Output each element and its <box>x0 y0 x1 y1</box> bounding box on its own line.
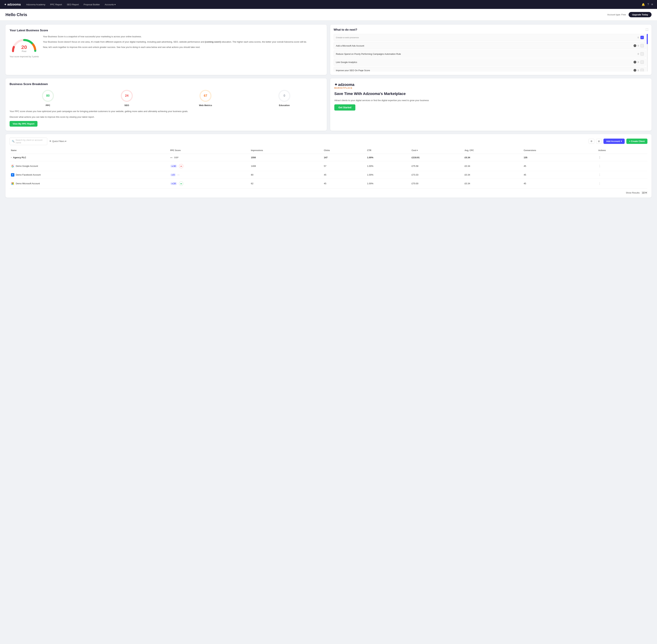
view-ppc-report-button[interactable]: View My PPC Report <box>9 121 38 127</box>
row-ppc-score: ● 24 89 <box>169 179 250 188</box>
score-gauge-area: 20 Poor Your score improved by 3 points <box>9 35 39 58</box>
business-score-card: Your Latest Business Score <box>5 25 327 75</box>
toolbar-right: ⚙ ⊞ Add Account ▾ + Create Client <box>589 139 648 144</box>
show-results-select[interactable]: 10 25 50 <box>641 191 648 194</box>
checkbox-4[interactable] <box>640 69 644 71</box>
svg-text:80: 80 <box>46 94 50 97</box>
help-circle-icon[interactable]: ? <box>648 3 649 6</box>
menu-icon[interactable]: ≡ <box>651 3 653 6</box>
checkbox-2[interactable] <box>640 52 644 55</box>
accounts-section: 🔍 Search by client or account name 👁 Qui… <box>5 134 652 198</box>
row-name: f Demo Facebook Account <box>9 171 169 179</box>
microsoft-icon <box>11 182 14 185</box>
next-card-header: What to do next? ⛶ <box>334 28 648 31</box>
create-client-button[interactable]: + Create Client <box>626 139 648 144</box>
ppc-label: PPC <box>46 104 50 107</box>
svg-text:89: 89 <box>180 183 182 185</box>
next-item-actions-3: ? 🗑 <box>634 61 644 64</box>
nav-logo[interactable]: ✦ adzooma <box>4 3 21 6</box>
ppc-badge: ● 24 <box>170 182 177 185</box>
col-cost: Cost ▾ <box>410 148 463 154</box>
checkbox-3[interactable] <box>640 61 644 64</box>
score-improved-text: Your score improved by 3 points <box>9 55 39 58</box>
search-placeholder: Search by client or account name <box>16 139 45 144</box>
trash-icon-0[interactable]: 🗑 <box>637 36 639 39</box>
grid-view-button[interactable]: ⊞ <box>596 139 602 144</box>
score-item-seo: 24 SEO <box>88 89 165 107</box>
nav-link-proposal[interactable]: Proposal Builder <box>84 3 100 6</box>
help-icon-1[interactable]: ? <box>634 44 636 47</box>
breakdown-desc1: Your PPC score shows you how optimized y… <box>9 110 323 113</box>
nav-link-academy[interactable]: Adzooma Academy <box>26 3 45 6</box>
score-item-web: 67 Web Metrics <box>167 89 244 107</box>
marketplace-card: ✦ adzooma MARKETPLACE Save Time With Adz… <box>330 78 652 131</box>
table-footer: Show Results: 10 25 50 <box>9 188 648 194</box>
get-started-button[interactable]: Get Started <box>334 105 355 111</box>
row-ppc-score: ● 8 — <box>169 171 250 179</box>
marketplace-sub: MARKETPLACE <box>334 87 648 89</box>
expand-icon[interactable]: ⛶ <box>646 28 648 31</box>
col-ctr: CTR <box>366 148 410 154</box>
chevron-down-icon: ▾ <box>114 3 116 6</box>
table-row: Demo Microsoft Account ● 24 89 <box>9 179 648 188</box>
accounts-toolbar: 🔍 Search by client or account name 👁 Qui… <box>9 138 648 145</box>
filter-button[interactable]: ⚙ <box>589 139 594 144</box>
score-gauge-svg: 20 Poor <box>10 35 38 54</box>
quick-filters[interactable]: 👁 Quick Filters ▾ <box>49 140 66 142</box>
page-header: Hello Chris Account type: Free Upgrade T… <box>0 9 657 21</box>
marketplace-logo: ✦ adzooma <box>334 83 648 87</box>
facebook-icon: f <box>11 173 14 177</box>
nav-link-ppc[interactable]: PPC Report <box>50 3 62 6</box>
svg-text:24: 24 <box>125 94 129 97</box>
business-score-title: Your Latest Business Score <box>9 29 323 32</box>
breakdown-desc2: Discover what actions you can take to im… <box>9 115 323 119</box>
next-item-0: Create a web presence 🗑 ✓ <box>334 34 646 41</box>
checkbox-0[interactable]: ✓ <box>640 36 644 39</box>
header-right: Account type: Free Upgrade Today <box>607 12 652 17</box>
more-actions-icon[interactable]: ⋮ <box>598 182 601 185</box>
score-text-area: Your Business Score is a snapshot of how… <box>43 35 323 51</box>
checkbox-1[interactable] <box>640 44 644 47</box>
table-header: Name PPC Score Impressions Clicks CTR Co… <box>9 148 648 154</box>
trash-icon-4[interactable]: 🗑 <box>637 69 639 71</box>
scrollbar-thumb <box>647 34 648 44</box>
nav-icons: 🔔 ? ≡ <box>641 3 653 6</box>
next-card-title: What to do next? <box>334 28 357 31</box>
help-icon-3[interactable]: ? <box>634 61 636 64</box>
web-circle: 67 <box>199 89 212 103</box>
trash-icon-3[interactable]: 🗑 <box>637 61 639 63</box>
col-conversions: Conversions <box>522 148 597 154</box>
more-actions-icon[interactable]: ⋮ <box>598 173 601 176</box>
google-icon <box>11 164 14 168</box>
trash-icon-1[interactable]: 🗑 <box>637 45 639 47</box>
upgrade-today-button[interactable]: Upgrade Today <box>629 12 652 17</box>
mini-gauge-svg: 25 <box>178 163 184 169</box>
svg-rect-14 <box>12 182 13 183</box>
page-title: Hello Chris <box>5 12 27 17</box>
more-actions-icon[interactable]: ⋮ <box>598 165 601 167</box>
marketplace-desc: Attract clients to your digital services… <box>334 99 648 102</box>
more-actions-icon[interactable]: ⋮ <box>598 156 601 159</box>
expand-arrow-icon[interactable]: › <box>11 156 12 159</box>
add-account-button[interactable]: Add Account ▾ <box>604 139 625 144</box>
row-impressions: 1550 <box>249 154 322 161</box>
education-circle: 0 <box>277 89 291 103</box>
score-item-education: 0 Education <box>246 89 323 107</box>
next-item-3: Link Google Analytics ? 🗑 <box>334 59 646 66</box>
help-icon-4[interactable]: ? <box>634 69 636 71</box>
education-label: Education <box>279 104 290 107</box>
nav-accounts-dropdown[interactable]: Accounts ▾ <box>105 3 116 6</box>
nav-link-seo[interactable]: SEO Report <box>67 3 79 6</box>
breakdown-scores: 80 PPC 24 SEO <box>9 89 323 107</box>
trash-icon-2[interactable]: 🗑 <box>637 53 639 55</box>
bell-icon[interactable]: 🔔 <box>641 3 645 6</box>
table-body: › Agency PLC — GBP 1550 147 1.00% £218.9… <box>9 154 648 188</box>
svg-text:67: 67 <box>204 94 207 97</box>
table-row: Demo Google Account ● 44 25 <box>9 161 648 171</box>
marketplace-logo-area: ✦ adzooma MARKETPLACE <box>334 83 648 89</box>
search-box[interactable]: 🔍 Search by client or account name <box>9 138 47 145</box>
row-clicks: 147 <box>322 154 366 161</box>
what-to-do-next-card: What to do next? ⛶ Create a web presence… <box>330 25 652 75</box>
score-content: 20 Poor Your score improved by 3 points … <box>9 35 323 58</box>
row-conversions: 135 <box>522 154 597 161</box>
